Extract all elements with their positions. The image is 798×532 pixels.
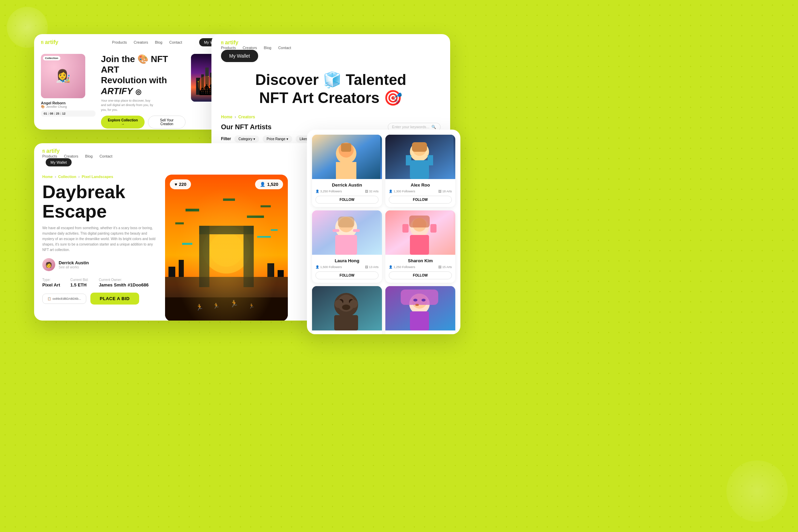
laura-name: Laura Hong — [315, 258, 379, 263]
artwork-views-badge: 👤 1,520 — [255, 179, 283, 189]
anime-image — [385, 286, 455, 330]
creators-wallet-btn[interactable]: My Wallet — [221, 50, 258, 62]
detail-meta: Type: Pixel Art Current Bid: 1.5 ETH Cur… — [42, 278, 158, 288]
alex-svg — [385, 135, 454, 179]
cnav-blog[interactable]: Blog — [264, 46, 271, 50]
laura-image — [312, 210, 382, 255]
place-bid-btn[interactable]: PLACE A BID — [90, 293, 139, 305]
alex-followers: 👤 1,300 Followers — [389, 190, 415, 193]
explore-collection-btn[interactable]: Explore Collection → — [101, 116, 145, 129]
creators-line2: NFT Art Creators 🎯 — [259, 89, 402, 106]
laura-followers-icon: 👤 — [315, 265, 319, 269]
detail-actions: 📋 ox89cEdBDABD6b... PLACE A BID — [42, 293, 158, 305]
alex-name: Alex Roo — [389, 182, 452, 188]
creator-info: Angel Reborn 🎨 Jennifer Chung 01 : 08 : … — [41, 101, 95, 117]
nav-products[interactable]: Products — [112, 40, 127, 44]
detail-info: Home › Collection › Pixel Landscapes Day… — [42, 175, 158, 321]
see-all-works-link[interactable]: See all works — [59, 265, 89, 269]
cnav-creators[interactable]: Creators — [242, 46, 257, 50]
follow-laura-btn[interactable]: FOLLOW — [315, 271, 379, 279]
hero-brand: ARTIFY — [101, 86, 133, 96]
detail-wallet-btn[interactable]: My Wallet — [46, 158, 72, 166]
dnav-creators[interactable]: Creators — [64, 154, 78, 158]
dnav-blog[interactable]: Blog — [85, 154, 93, 158]
svg-point-75 — [413, 299, 417, 301]
cnav-products[interactable]: Products — [221, 46, 236, 50]
nft-artwork: 🏃 🏃 🏃 🏃 ♥ 220 👤 1,520 — [165, 175, 288, 321]
sharon-image — [385, 210, 455, 255]
follow-alex-btn[interactable]: FOLLOW — [389, 196, 452, 204]
follow-derrick-btn[interactable]: FOLLOW — [315, 196, 379, 204]
svg-rect-44 — [406, 155, 411, 165]
nav-contact[interactable]: Contact — [169, 40, 182, 44]
hash-copy-btn[interactable]: 📋 ox89cEdBDABD6b... — [42, 294, 86, 304]
creators-logo-icon: fi — [221, 40, 224, 45]
type-value: Pixel Art — [42, 282, 60, 287]
cnav-contact[interactable]: Contact — [278, 46, 291, 50]
artwork-overlay — [165, 175, 288, 321]
alex-stats: 👤 1,300 Followers 🖼 18 Arts — [389, 190, 452, 193]
hero-emoji: 🎨 — [137, 54, 151, 64]
derrick-name: Derrick Austin — [315, 182, 379, 188]
detail-artist-name: Derrick Austin — [59, 260, 89, 265]
derrick-stats: 👤 3,250 Followers 🖼 32 Arts — [315, 190, 379, 193]
laura-followers: 👤 1,500 Followers — [315, 265, 342, 269]
sharon-followers-icon: 👤 — [389, 265, 393, 269]
alex-arts-icon: 🖼 — [438, 190, 441, 193]
detail-bc-home[interactable]: Home — [42, 175, 53, 179]
artists-grid: Derrick Austin 👤 3,250 Followers 🖼 32 Ar… — [307, 130, 460, 334]
nft-collection-label: Collection — [43, 56, 60, 60]
svg-rect-59 — [430, 224, 437, 233]
nft-mini-card: Collection 👩‍🎨 — [41, 54, 85, 98]
detail-bc-item[interactable]: Pixel Landscapes — [82, 175, 113, 179]
detail-artwork-panel: 🏃 🏃 🏃 🏃 ♥ 220 👤 1,520 — [165, 175, 295, 321]
copy-icon: 📋 — [47, 297, 51, 300]
dnav-contact[interactable]: Contact — [100, 154, 113, 158]
alex-arts-count: 18 Arts — [442, 190, 452, 193]
hero-nav-links: Products Creators Blog Contact — [112, 40, 182, 44]
laura-arts-icon: 🖼 — [365, 265, 368, 269]
follow-sharon-btn[interactable]: FOLLOW — [389, 271, 452, 279]
filter-category-btn[interactable]: Category ▾ — [234, 135, 259, 143]
svg-rect-45 — [428, 155, 433, 165]
nav-blog[interactable]: Blog — [155, 40, 162, 44]
detail-bc-collection[interactable]: Collection — [58, 175, 76, 179]
nav-creators[interactable]: Creators — [134, 40, 148, 44]
breadcrumb-creators[interactable]: Creators — [238, 115, 255, 119]
logo-text: artify — [45, 39, 58, 45]
filter-price-btn[interactable]: Price Range ▾ — [263, 135, 292, 143]
artwork-likes-badge: ♥ 220 — [170, 179, 191, 189]
breadcrumb-home[interactable]: Home — [221, 115, 232, 119]
svg-point-67 — [350, 300, 358, 308]
laura-stats: 👤 1,500 Followers 🖼 13 Arts — [315, 265, 379, 269]
creators-nav-links: Products Creators Blog Contact — [221, 46, 441, 50]
artist-card-derrick: Derrick Austin 👤 3,250 Followers 🖼 32 Ar… — [312, 135, 382, 207]
filter-label: Filter — [221, 136, 231, 141]
hero-card: fi artify Products Creators Blog Contact… — [34, 34, 232, 130]
derrick-info: Derrick Austin 👤 3,250 Followers 🖼 32 Ar… — [312, 179, 382, 207]
svg-rect-58 — [402, 224, 409, 233]
meta-bid: Current Bid: 1.5 ETH — [70, 278, 88, 288]
svg-rect-38 — [341, 143, 351, 152]
sharon-info: Sharon Kim 👤 1,250 Followers 🖼 15 Arts F… — [385, 255, 455, 283]
title-line2: Escape — [42, 201, 107, 221]
detail-card: fi artify Products Creators Blog Contact… — [34, 143, 327, 321]
title-line1: Daybreak — [42, 181, 125, 202]
hero-nav: fi artify Products Creators Blog Contact… — [34, 34, 232, 50]
creator-sub: 🎨 Jennifer Chung — [41, 105, 95, 108]
views-icon: 👤 — [260, 182, 265, 187]
meta-type: Type: Pixel Art — [42, 278, 60, 288]
detail-title: Daybreak Escape — [42, 182, 158, 221]
derrick-image — [312, 135, 382, 179]
sharon-arts-count: 15 Arts — [442, 265, 452, 269]
bg-blob-2 — [726, 460, 788, 522]
svg-rect-52 — [353, 229, 360, 232]
svg-rect-68 — [334, 315, 358, 330]
sell-creation-btn[interactable]: Sell Your Creation — [148, 116, 186, 129]
laura-arts: 🖼 13 Arts — [365, 265, 379, 269]
hash-text: ox89cEdBDABD6b... — [53, 297, 81, 300]
derrick-svg — [312, 135, 380, 179]
dnav-products[interactable]: Products — [42, 154, 57, 158]
laura-svg — [312, 210, 380, 255]
anime-info: Anime Creator 👤 2,100 Followers 🖼 24 Art… — [385, 330, 455, 334]
